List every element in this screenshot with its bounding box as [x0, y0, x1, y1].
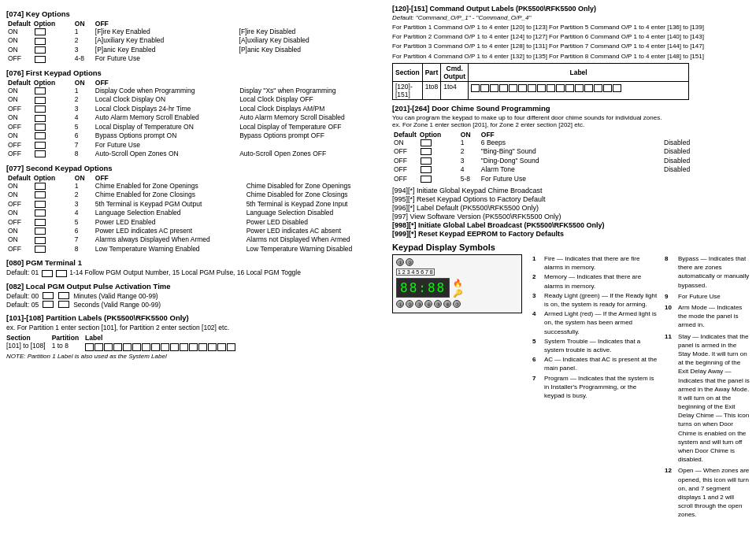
minutes-input-1[interactable]: [43, 292, 54, 299]
clbox-6[interactable]: [518, 84, 527, 92]
clbox-13[interactable]: [584, 84, 593, 92]
door-chime-sub2: ex. For Zone 1 enter section [201], for …: [392, 121, 584, 128]
cmd-td-section: [120]- [151]: [393, 81, 423, 99]
clbox-5[interactable]: [509, 84, 517, 92]
lbox-10[interactable]: [170, 343, 179, 351]
clbox-3[interactable]: [490, 84, 498, 92]
display-screen: 88:88: [396, 278, 450, 298]
sym-desc: Program — Indicates that the system is i…: [544, 374, 658, 401]
cell-default: ON: [6, 209, 32, 217]
lbox-3[interactable]: [104, 343, 113, 351]
circle-1: ①: [396, 258, 404, 266]
circle-6: ④: [424, 300, 432, 308]
option-input[interactable]: [421, 176, 432, 183]
cell-on-desc: Alarm Tone: [480, 165, 662, 174]
option-input[interactable]: [35, 201, 46, 208]
lbox-6[interactable]: [132, 343, 141, 351]
clbox-14[interactable]: [594, 84, 602, 92]
clbox-4[interactable]: [499, 84, 508, 92]
lbox-5[interactable]: [123, 343, 132, 351]
clbox-12[interactable]: [575, 84, 584, 92]
table-row: ON4Auto Alarm Memory Scroll EnabledAuto …: [6, 113, 384, 122]
cell-off-desc: Low Temperature Warning Disabled: [245, 245, 384, 254]
option-input[interactable]: [35, 28, 46, 35]
option-input[interactable]: [35, 219, 46, 226]
minutes-input-2[interactable]: [58, 292, 69, 299]
cell-input: [32, 150, 73, 158]
cell-input: [32, 105, 73, 113]
lbox-2[interactable]: [94, 343, 103, 351]
option-input[interactable]: [35, 106, 46, 113]
section-99x-item-4: [998][*] Initiate Global Label Broadcast…: [392, 221, 750, 229]
section-99x-item-1: [995][*] Reset Keypad Options to Factory…: [392, 195, 750, 203]
circle-5: ③: [415, 300, 423, 308]
option-input[interactable]: [35, 191, 46, 198]
option-input[interactable]: [35, 132, 46, 139]
cell-on-desc: Local Clock Displays 24-hr Time: [94, 105, 238, 113]
lbox-12[interactable]: [189, 343, 198, 351]
option-input[interactable]: [35, 237, 46, 244]
option-input[interactable]: [35, 183, 46, 190]
clbox-8[interactable]: [537, 84, 546, 92]
option-input[interactable]: [35, 97, 46, 104]
pgm-input-2[interactable]: [56, 270, 67, 277]
sym-desc: System Trouble — Indicates that a system…: [544, 337, 658, 354]
cell-off-desc: Local Clock Displays AM/PM: [238, 105, 384, 113]
section-074: [074] Key Options Default Option ON OFF …: [6, 9, 384, 64]
cell-num: 5-8: [459, 175, 480, 183]
lbox-11[interactable]: [180, 343, 188, 351]
table-row: ON1[F]ire Key Enabled[F]ire Key Disabled: [6, 28, 384, 36]
clbox-1[interactable]: [471, 84, 480, 92]
clbox-16[interactable]: [613, 84, 621, 92]
lbox-13[interactable]: [198, 343, 207, 351]
option-input[interactable]: [35, 142, 46, 149]
lbox-7[interactable]: [142, 343, 150, 351]
keypad-display-symbols: Keypad Display Symbols ① ② 1 2 3 4 5 6 7…: [392, 242, 750, 521]
cell-off-desc: Chime Disabled for Zone Closings: [245, 191, 384, 199]
col-header-off-077: OFF: [94, 174, 245, 182]
option-input[interactable]: [35, 38, 46, 45]
lbox-16[interactable]: [227, 343, 235, 351]
cell-input: [32, 36, 73, 45]
lbox-14[interactable]: [208, 343, 217, 351]
option-input[interactable]: [35, 56, 46, 63]
option-input[interactable]: [35, 46, 46, 54]
rsym-num: 12: [665, 466, 676, 475]
option-input[interactable]: [421, 139, 432, 146]
lbox-4[interactable]: [113, 343, 122, 351]
cell-default: OFF: [392, 175, 418, 183]
clbox-9[interactable]: [547, 84, 555, 92]
option-input[interactable]: [35, 228, 46, 235]
sym-desc: Memory — Indicates that there are alarms…: [544, 272, 658, 290]
cell-off-desc: Disabled: [662, 157, 750, 165]
option-input[interactable]: [35, 209, 46, 217]
cmd-td-label: [469, 81, 689, 99]
table-row: OFF5-8For Future Use: [392, 175, 750, 183]
clbox-2[interactable]: [480, 84, 489, 92]
clbox-7[interactable]: [528, 84, 536, 92]
pgm-input-1[interactable]: [42, 270, 53, 277]
seconds-input-1[interactable]: [43, 301, 54, 308]
cell-default: ON: [6, 227, 32, 235]
col-header-option-201: Option: [418, 131, 459, 139]
rsym-num: 9: [665, 292, 676, 301]
option-input[interactable]: [421, 148, 432, 155]
option-input[interactable]: [35, 124, 46, 131]
lbox-8[interactable]: [151, 343, 160, 351]
option-input[interactable]: [35, 246, 46, 253]
option-input[interactable]: [421, 157, 432, 165]
lbox-1[interactable]: [85, 343, 94, 351]
clbox-11[interactable]: [565, 84, 574, 92]
option-input[interactable]: [35, 150, 46, 157]
cell-default: OFF: [6, 54, 32, 63]
clbox-15[interactable]: [603, 84, 612, 92]
option-input[interactable]: [35, 115, 46, 122]
clbox-10[interactable]: [556, 84, 565, 92]
lbox-15[interactable]: [217, 343, 226, 351]
seconds-input-2[interactable]: [58, 301, 69, 308]
lbox-9[interactable]: [161, 343, 169, 351]
cell-num: 1: [73, 87, 94, 95]
cell-num: 1: [459, 139, 480, 147]
option-input[interactable]: [421, 166, 432, 173]
option-input[interactable]: [35, 87, 46, 94]
